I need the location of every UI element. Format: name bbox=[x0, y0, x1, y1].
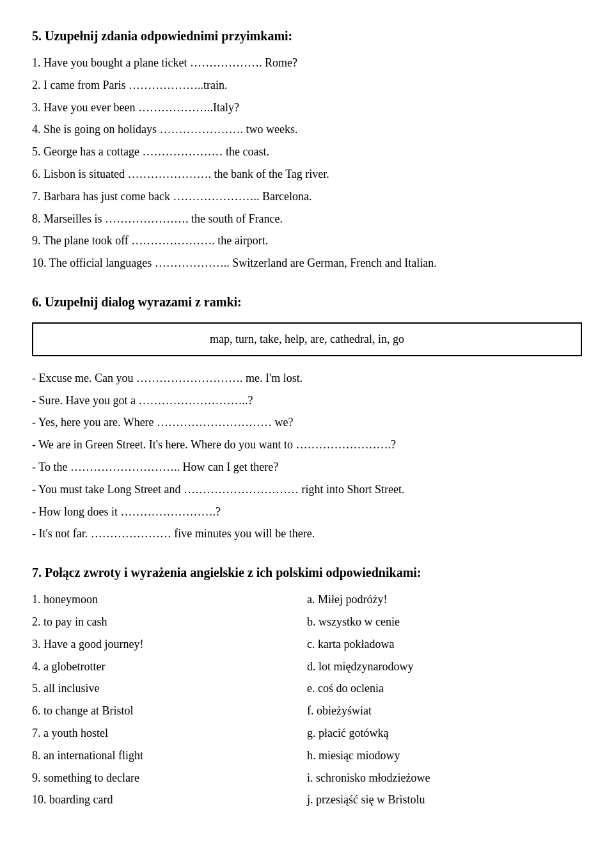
matching-left-list: 1. honeymoon 2. to pay in cash 3. Have a… bbox=[32, 590, 307, 813]
list-item: 7. a youth hostel bbox=[32, 724, 307, 743]
list-item: 8. an international flight bbox=[32, 746, 307, 765]
list-item: 5. all inclusive bbox=[32, 679, 307, 698]
list-item: j. przesiąść się w Bristolu bbox=[307, 791, 582, 809]
list-item: 10. The official languages ……………….. Swit… bbox=[32, 254, 582, 272]
section-7: 7. Połącz zwroty i wyrażenia angielskie … bbox=[32, 562, 582, 813]
list-item: 1. Have you bought a plane ticket ………………… bbox=[32, 54, 582, 72]
list-item: h. miesiąc miodowy bbox=[307, 746, 582, 765]
matching-section: 1. honeymoon 2. to pay in cash 3. Have a… bbox=[32, 590, 582, 813]
dialog-item: - Yes, here you are. Where ………………………… we… bbox=[32, 413, 582, 432]
list-item: c. karta pokładowa bbox=[307, 635, 582, 654]
list-item: 2. to pay in cash bbox=[32, 613, 307, 631]
list-item: d. lot międzynarodowy bbox=[307, 658, 582, 676]
list-item: 9. something to declare bbox=[32, 769, 307, 787]
list-item: 9. The plane took off …………………. the airpo… bbox=[32, 232, 582, 250]
list-item: f. obieżyświat bbox=[307, 702, 582, 720]
dialog-item: - To the ……………………….. How can I get there… bbox=[32, 458, 582, 477]
dialog-item: - Excuse me. Can you ………………………. me. I'm … bbox=[32, 369, 582, 388]
list-item: 3. Have you ever been ………………..Italy? bbox=[32, 99, 582, 117]
section-7-title: 7. Połącz zwroty i wyrażenia angielskie … bbox=[32, 562, 582, 583]
section-6-title: 6. Uzupełnij dialog wyrazami z ramki: bbox=[32, 292, 582, 312]
dialog-item: - You must take Long Street and ……………………… bbox=[32, 480, 582, 499]
section-6: 6. Uzupełnij dialog wyrazami z ramki: ma… bbox=[32, 292, 582, 543]
matching-right-list: a. Miłej podróży! b. wszystko w cenie c.… bbox=[307, 590, 582, 813]
list-item: 2. I came from Paris ………………..train. bbox=[32, 76, 582, 95]
dialog-item: - Sure. Have you got a ………………………..? bbox=[32, 391, 582, 410]
section-5-title: 5. Uzupełnij zdania odpowiednimi przyimk… bbox=[32, 26, 582, 46]
section-5: 5. Uzupełnij zdania odpowiednimi przyimk… bbox=[32, 26, 582, 272]
list-item: 3. Have a good journey! bbox=[32, 635, 307, 654]
list-item: 4. a globetrotter bbox=[32, 658, 307, 676]
list-item: 4. She is going on holidays …………………. two… bbox=[32, 120, 582, 139]
list-item: i. schronisko młodzieżowe bbox=[307, 769, 582, 787]
list-item: 6. to change at Bristol bbox=[32, 702, 307, 720]
list-item: b. wszystko w cenie bbox=[307, 613, 582, 631]
list-item: 8. Marseilles is …………………. the south of F… bbox=[32, 210, 582, 228]
list-item: 5. George has a cottage ………………… the coas… bbox=[32, 143, 582, 161]
dialog-item: - It's not far. ………………… five minutes you… bbox=[32, 525, 582, 543]
dialog-item: - We are in Green Street. It's here. Whe… bbox=[32, 436, 582, 454]
dialog-item: - How long does it …………………….? bbox=[32, 503, 582, 521]
list-item: a. Miłej podróży! bbox=[307, 590, 582, 609]
list-item: g. płacić gotówką bbox=[307, 724, 582, 743]
list-item: 7. Barbara has just come back ………………….. … bbox=[32, 187, 582, 206]
dialog-list: - Excuse me. Can you ………………………. me. I'm … bbox=[32, 369, 582, 543]
section-5-list: 1. Have you bought a plane ticket ………………… bbox=[32, 54, 582, 272]
list-item: 6. Lisbon is situated …………………. the bank … bbox=[32, 165, 582, 184]
list-item: 10. boarding card bbox=[32, 791, 307, 809]
list-item: 1. honeymoon bbox=[32, 590, 307, 609]
word-box: map, turn, take, help, are, cathedral, i… bbox=[32, 322, 582, 356]
list-item: e. coś do oclenia bbox=[307, 679, 582, 698]
